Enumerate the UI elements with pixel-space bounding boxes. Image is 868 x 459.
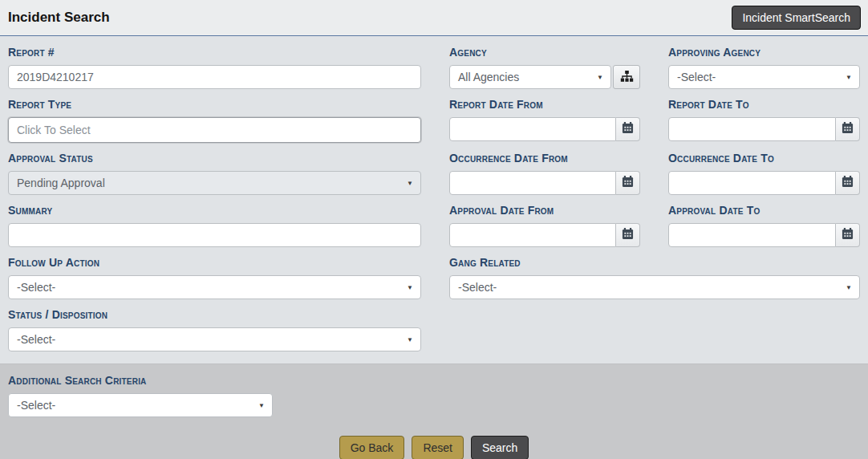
agency-select[interactable]: All Agencies ▼	[449, 65, 611, 89]
field-occurrence-date-to: Occurrence Date To	[668, 152, 860, 195]
approval-date-to-input[interactable]	[668, 223, 836, 247]
field-status-disposition: Status / Disposition -Select- ▼	[8, 308, 421, 351]
report-type-input[interactable]	[8, 117, 421, 143]
report-date-to-calendar-button[interactable]	[836, 117, 860, 141]
occurrence-date-from-calendar-button[interactable]	[616, 171, 640, 195]
approving-agency-select[interactable]: -Select- ▼	[668, 65, 860, 89]
chevron-down-icon: ▼	[407, 180, 413, 187]
approval-date-from-input[interactable]	[449, 223, 616, 247]
chevron-down-icon: ▼	[407, 336, 413, 343]
gang-related-label: Gang Related	[449, 256, 860, 269]
summary-input[interactable]	[8, 223, 421, 247]
report-date-to-label: Report Date To	[668, 98, 860, 111]
field-report-number: Report #	[8, 46, 421, 89]
approval-date-from-calendar-button[interactable]	[616, 223, 640, 247]
report-type-label: Report Type	[8, 98, 421, 111]
chevron-down-icon: ▼	[846, 74, 852, 81]
additional-search-criteria-select-value: -Select-	[17, 399, 55, 412]
gang-related-select-value: -Select-	[458, 281, 497, 294]
approval-date-to-calendar-button[interactable]	[836, 223, 860, 247]
approving-agency-select-value: -Select-	[677, 71, 716, 83]
field-occurrence-date-from: Occurrence Date From	[449, 152, 640, 195]
field-approval-date-to: Approval Date To	[668, 204, 860, 247]
field-follow-up-action: Follow Up Action -Select- ▼	[8, 256, 421, 299]
report-date-from-label: Report Date From	[449, 98, 640, 111]
calendar-icon	[622, 176, 634, 190]
action-buttons: Go Back Reset Search	[8, 436, 860, 459]
page-header: Incident Search Incident SmartSearch	[0, 0, 868, 36]
field-approval-date-from: Approval Date From	[449, 204, 640, 247]
page-title: Incident Search	[8, 10, 110, 26]
approval-status-label: Approval Status	[8, 152, 421, 165]
field-summary: Summary	[8, 204, 421, 247]
occurrence-date-to-label: Occurrence Date To	[668, 152, 860, 165]
report-number-label: Report #	[8, 46, 421, 59]
additional-search-criteria-label: Additional Search Criteria	[8, 374, 860, 387]
summary-label: Summary	[8, 204, 421, 217]
approval-date-from-label: Approval Date From	[449, 204, 640, 217]
follow-up-action-label: Follow Up Action	[8, 256, 421, 269]
approval-status-select-value: Pending Approval	[17, 177, 105, 189]
approval-status-select[interactable]: Pending Approval ▼	[8, 171, 421, 195]
field-agency: Agency All Agencies ▼	[449, 46, 640, 89]
occurrence-date-to-calendar-button[interactable]	[836, 171, 860, 195]
occurrence-date-to-input[interactable]	[668, 171, 836, 195]
approval-date-to-label: Approval Date To	[668, 204, 860, 217]
report-date-from-calendar-button[interactable]	[616, 117, 640, 141]
chevron-down-icon: ▼	[407, 284, 413, 291]
gang-related-select[interactable]: -Select- ▼	[449, 275, 860, 299]
sitemap-icon	[620, 70, 634, 85]
go-back-button[interactable]: Go Back	[339, 436, 405, 459]
report-date-from-input[interactable]	[449, 117, 616, 141]
field-additional-search-criteria: Additional Search Criteria -Select- ▼	[8, 374, 860, 417]
agency-label: Agency	[449, 46, 640, 59]
occurrence-date-from-input[interactable]	[449, 171, 616, 195]
report-number-input[interactable]	[8, 65, 421, 89]
field-approving-agency: Approving Agency -Select- ▼	[668, 46, 860, 89]
additional-criteria-section: Additional Search Criteria -Select- ▼ Go…	[0, 364, 868, 459]
additional-search-criteria-select[interactable]: -Select- ▼	[8, 393, 273, 417]
search-button[interactable]: Search	[471, 436, 529, 459]
approving-agency-label: Approving Agency	[668, 46, 860, 59]
chevron-down-icon: ▼	[846, 284, 852, 291]
calendar-icon	[842, 122, 854, 136]
calendar-icon	[842, 176, 854, 190]
field-approval-status: Approval Status Pending Approval ▼	[8, 152, 421, 195]
calendar-icon	[622, 228, 634, 242]
status-disposition-select-value: -Select-	[17, 333, 55, 346]
chevron-down-icon: ▼	[597, 74, 603, 81]
reset-button[interactable]: Reset	[412, 436, 464, 459]
calendar-icon	[622, 122, 634, 136]
report-date-to-input[interactable]	[668, 117, 836, 141]
occurrence-date-from-label: Occurrence Date From	[449, 152, 640, 165]
field-report-type: Report Type	[8, 98, 421, 143]
calendar-icon	[842, 228, 854, 242]
field-report-date-from: Report Date From	[449, 98, 640, 143]
follow-up-action-select-value: -Select-	[17, 281, 55, 294]
field-gang-related: Gang Related -Select- ▼	[449, 256, 860, 299]
agency-select-value: All Agencies	[458, 71, 519, 83]
chevron-down-icon: ▼	[258, 402, 265, 409]
status-disposition-select[interactable]: -Select- ▼	[8, 327, 421, 351]
search-form: Report # Agency All Agencies ▼	[0, 36, 868, 364]
agency-hierarchy-button[interactable]	[613, 65, 640, 89]
field-report-date-to: Report Date To	[668, 98, 860, 143]
status-disposition-label: Status / Disposition	[8, 308, 421, 321]
follow-up-action-select[interactable]: -Select- ▼	[8, 275, 421, 299]
incident-smartsearch-button[interactable]: Incident SmartSearch	[732, 6, 861, 30]
